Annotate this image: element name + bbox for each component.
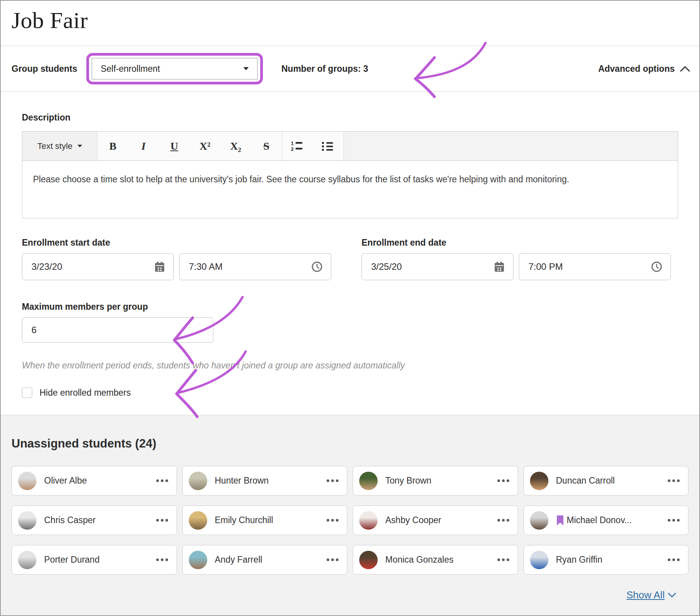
student-card[interactable]: Monica Gonzales xyxy=(353,545,518,575)
student-avatar xyxy=(530,511,548,530)
hide-enrolled-label: Hide enrolled members xyxy=(40,388,131,398)
enrollment-end-label: Enrollment end date xyxy=(362,238,671,248)
student-card[interactable]: Chris Casper xyxy=(12,505,177,535)
group-students-label: Group students xyxy=(12,64,77,74)
advanced-options-label: Advanced options xyxy=(598,64,675,74)
student-card[interactable]: Oliver Albe xyxy=(12,466,177,495)
subscript-button[interactable]: X₂ xyxy=(220,132,251,160)
svg-text:2: 2 xyxy=(291,146,294,152)
student-avatar xyxy=(530,472,548,490)
start-date-field xyxy=(22,253,174,280)
student-avatar xyxy=(530,551,548,569)
student-menu-button[interactable] xyxy=(497,556,510,563)
student-card[interactable]: Duncan Carroll xyxy=(523,466,689,495)
student-name: Hunter Brown xyxy=(215,476,326,486)
clock-button[interactable] xyxy=(650,261,663,273)
student-name: Oliver Albe xyxy=(44,476,155,486)
student-card[interactable]: Andy Farrell xyxy=(182,545,348,575)
chevron-down-icon xyxy=(78,145,82,147)
student-menu-button[interactable] xyxy=(667,517,680,524)
student-avatar xyxy=(18,511,36,530)
format-button-group: BIUX²X₂S xyxy=(97,132,282,160)
student-menu-button[interactable] xyxy=(155,517,169,524)
student-card[interactable]: Ryan Griffin xyxy=(523,545,689,575)
bold-button[interactable]: B xyxy=(97,132,128,160)
student-menu-button[interactable] xyxy=(326,477,339,484)
student-name: Michael Donov... xyxy=(556,515,667,526)
clock-button[interactable] xyxy=(311,261,323,273)
strikethrough-button[interactable]: S xyxy=(251,132,282,160)
numbered-list-icon: 1 2 xyxy=(291,141,304,152)
max-members-label: Maximum members per group xyxy=(22,302,678,312)
student-card[interactable]: Michael Donov... xyxy=(523,505,689,535)
enrollment-start-label: Enrollment start date xyxy=(22,238,331,248)
list-button-group: 1 2 xyxy=(282,132,344,160)
student-name: Chris Casper xyxy=(44,515,155,525)
underline-button[interactable]: U xyxy=(159,132,190,160)
student-name: Ryan Griffin xyxy=(556,555,667,565)
student-menu-button[interactable] xyxy=(667,556,680,563)
student-menu-button[interactable] xyxy=(155,477,169,484)
student-card[interactable]: Ashby Cooper xyxy=(353,505,518,535)
calendar-icon xyxy=(154,261,166,273)
chevron-down-icon xyxy=(668,593,676,598)
student-menu-button[interactable] xyxy=(497,517,510,524)
student-menu-button[interactable] xyxy=(667,477,680,484)
group-students-selected-value: Self-enrollment xyxy=(101,64,160,74)
numbered-list-button[interactable]: 1 2 xyxy=(282,132,313,160)
student-menu-button[interactable] xyxy=(326,517,339,524)
student-avatar xyxy=(189,511,207,530)
student-menu-button[interactable] xyxy=(326,556,339,563)
svg-text:1: 1 xyxy=(291,141,294,146)
advanced-options-button[interactable]: Advanced options xyxy=(598,64,690,74)
student-card[interactable]: Porter Durand xyxy=(12,545,177,575)
group-students-select[interactable]: Self-enrollment xyxy=(92,58,258,79)
text-style-dropdown[interactable]: Text style xyxy=(22,132,97,160)
hide-enrolled-checkbox[interactable] xyxy=(22,388,32,398)
italic-button[interactable]: I xyxy=(128,132,159,160)
student-card[interactable]: Hunter Brown xyxy=(182,466,348,495)
start-time-field xyxy=(179,253,331,280)
show-all-link[interactable]: Show All xyxy=(626,589,676,601)
group-settings-bar: Group students Self-enrollment Number of… xyxy=(1,46,699,92)
student-name: Tony Brown xyxy=(385,476,497,486)
student-menu-button[interactable] xyxy=(497,477,510,484)
calendar-button[interactable] xyxy=(154,261,166,273)
start-time-input[interactable] xyxy=(189,261,311,272)
description-label: Description xyxy=(22,112,678,123)
student-avatar xyxy=(359,511,378,530)
text-style-label: Text style xyxy=(37,141,73,151)
student-name: Emily Churchill xyxy=(215,515,326,525)
editor-toolbar: Text style BIUX²X₂S 1 2 xyxy=(22,132,678,161)
end-date-field xyxy=(362,253,513,280)
enrollment-dates-row: Enrollment start date xyxy=(22,238,678,280)
group-students-select-wrap: Self-enrollment xyxy=(92,58,258,79)
bullet-list-icon xyxy=(322,141,335,152)
start-date-input[interactable] xyxy=(31,261,154,272)
page-header: Job Fair xyxy=(1,1,699,46)
student-card[interactable]: Emily Churchill xyxy=(182,505,348,535)
student-card[interactable]: Tony Brown xyxy=(353,466,518,495)
end-date-input[interactable] xyxy=(371,261,493,272)
end-time-field xyxy=(519,253,671,280)
bullet-list-button[interactable] xyxy=(313,132,343,160)
show-all-label: Show All xyxy=(626,589,665,601)
student-avatar xyxy=(359,551,378,569)
student-name: Porter Durand xyxy=(44,555,155,565)
enrollment-start-col: Enrollment start date xyxy=(22,238,331,280)
superscript-button[interactable]: X² xyxy=(190,132,220,160)
student-menu-button[interactable] xyxy=(155,556,169,563)
max-members-input[interactable] xyxy=(31,325,205,335)
description-editor: Text style BIUX²X₂S 1 2 xyxy=(22,131,678,218)
end-time-input[interactable] xyxy=(528,261,650,272)
student-avatar xyxy=(18,551,36,569)
students-grid: Oliver Albe Hunter Brown Tony Brown xyxy=(12,466,688,575)
student-name: Monica Gonzales xyxy=(385,555,497,565)
job-fair-page: Job Fair Group students Self-enrollment … xyxy=(0,0,700,616)
calendar-button[interactable] xyxy=(493,261,505,273)
bookmark-icon xyxy=(556,515,564,526)
unassigned-students-section: Unassigned students (24) Oliver Albe Hun… xyxy=(1,415,699,615)
number-of-groups-label: Number of groups: 3 xyxy=(281,64,368,74)
student-avatar xyxy=(189,551,207,569)
description-text-area[interactable]: Please choose a time slot to help at the… xyxy=(22,161,678,218)
